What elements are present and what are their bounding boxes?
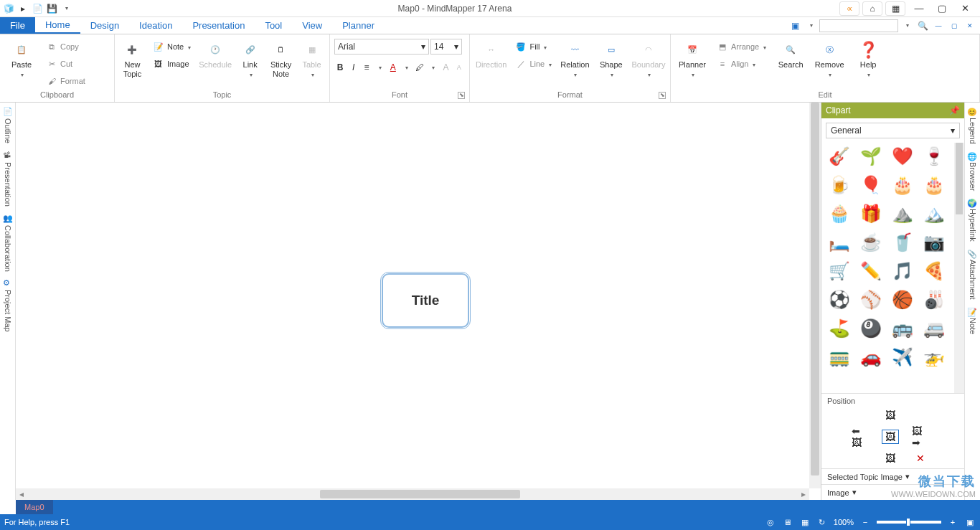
clipart-item-8[interactable]: 🧁 bbox=[826, 202, 853, 226]
window-close-ribbon[interactable]: ✕ bbox=[963, 19, 977, 32]
panel-note[interactable]: 📝Note bbox=[968, 307, 977, 334]
position-left[interactable]: ⬅🖼 bbox=[852, 430, 869, 444]
remove-button[interactable]: ⓧRemove bbox=[812, 39, 847, 81]
status-screen-icon[interactable]: 🖥 bbox=[782, 516, 793, 528]
search-button[interactable]: 🔍Search bbox=[773, 39, 808, 71]
find-icon[interactable]: 🔍 bbox=[915, 19, 930, 32]
clipart-scroll-thumb[interactable] bbox=[956, 143, 963, 214]
qat-more-icon[interactable] bbox=[60, 3, 72, 14]
position-bottom[interactable]: 🖼 bbox=[882, 451, 899, 465]
calendar-button[interactable]: ▦ bbox=[885, 1, 905, 16]
canvas[interactable]: Title ◂ ▸ bbox=[16, 103, 821, 500]
clipart-item-20[interactable]: ⚽ bbox=[826, 288, 853, 312]
tab-tool[interactable]: Tool bbox=[255, 17, 292, 34]
schedule-button[interactable]: 🕐Schedule bbox=[198, 39, 232, 71]
paste-button[interactable]: 📋 Paste bbox=[4, 39, 39, 81]
new-doc-icon[interactable]: 📄 bbox=[32, 3, 43, 14]
fill-button[interactable]: 🪣Fill bbox=[512, 39, 555, 55]
tab-view[interactable]: View bbox=[292, 17, 332, 34]
italic-button[interactable]: I bbox=[347, 60, 359, 75]
position-center[interactable]: 🖼 bbox=[882, 430, 899, 444]
window-restore-ribbon[interactable]: ▢ bbox=[947, 19, 961, 32]
clipart-item-13[interactable]: ☕ bbox=[857, 230, 885, 255]
clipart-item-16[interactable]: 🛒 bbox=[826, 259, 853, 283]
status-fit-icon[interactable]: ◎ bbox=[765, 516, 776, 528]
relation-button[interactable]: 〰Relation bbox=[559, 39, 590, 81]
direction-button[interactable]: ↔Direction bbox=[474, 39, 508, 71]
note-button[interactable]: 📝Note bbox=[150, 39, 194, 55]
format-painter-button[interactable]: 🖌Format bbox=[43, 73, 88, 89]
clipart-item-5[interactable]: 🎈 bbox=[857, 173, 885, 197]
panel-outline[interactable]: 📄Outline bbox=[3, 107, 13, 143]
highlight-button[interactable]: 🖊 bbox=[413, 60, 425, 75]
zoom-slider[interactable] bbox=[877, 521, 941, 524]
panel-hyperlink[interactable]: 🌍Hyperlink bbox=[968, 198, 977, 242]
tab-ideation[interactable]: Ideation bbox=[129, 17, 182, 34]
panel-presentation[interactable]: 📽Presentation bbox=[3, 151, 13, 207]
position-remove[interactable]: ✕ bbox=[912, 451, 929, 465]
status-page-icon[interactable]: ▣ bbox=[964, 516, 976, 528]
share-button[interactable]: ∝ bbox=[839, 1, 859, 16]
clipart-item-26[interactable]: 🚌 bbox=[889, 316, 916, 341]
shape-button[interactable]: ▭Shape bbox=[595, 39, 627, 81]
arrange-button[interactable]: ⬒Arrange bbox=[714, 39, 769, 55]
pin-icon[interactable]: 📌 bbox=[949, 105, 960, 115]
close-button[interactable]: ✕ bbox=[954, 1, 976, 16]
scrollbar-thumb-h[interactable] bbox=[320, 490, 520, 498]
clipart-item-0[interactable]: 🎸 bbox=[826, 144, 853, 169]
clipart-item-23[interactable]: 🎳 bbox=[920, 288, 948, 312]
copy-button[interactable]: ⧉Copy bbox=[43, 39, 88, 55]
cut-button[interactable]: ✂Cut bbox=[43, 56, 88, 72]
clipart-item-30[interactable]: ✈️ bbox=[889, 345, 916, 369]
scroll-right-arrow[interactable]: ▸ bbox=[798, 489, 809, 499]
highlight-more[interactable] bbox=[427, 60, 438, 75]
canvas-scrollbar-horizontal[interactable]: ◂ ▸ bbox=[16, 488, 809, 500]
clipart-item-7[interactable]: 🎂 bbox=[920, 173, 948, 197]
status-grid-icon[interactable]: ▦ bbox=[799, 516, 811, 528]
clipart-item-22[interactable]: 🏀 bbox=[889, 288, 916, 312]
clipart-item-4[interactable]: 🍺 bbox=[826, 173, 853, 197]
font-color-button[interactable]: A bbox=[387, 60, 399, 75]
clipart-item-25[interactable]: 🎱 bbox=[857, 316, 885, 341]
align-button-edit[interactable]: ≡Align bbox=[714, 56, 769, 72]
clipart-item-9[interactable]: 🎁 bbox=[857, 202, 885, 226]
image-button[interactable]: 🖼Image bbox=[150, 56, 194, 72]
font-color-more[interactable] bbox=[400, 60, 412, 75]
clipart-item-17[interactable]: ✏️ bbox=[857, 259, 885, 283]
scrollbar-thumb-v[interactable] bbox=[811, 103, 819, 475]
clipart-item-19[interactable]: 🍕 bbox=[920, 259, 948, 283]
ribbon-search-input[interactable] bbox=[819, 19, 898, 32]
tab-presentation[interactable]: Presentation bbox=[182, 17, 255, 34]
table-button[interactable]: ▦Table bbox=[298, 39, 325, 81]
save-icon[interactable]: 💾 bbox=[46, 3, 57, 14]
zoom-in-button[interactable]: + bbox=[947, 516, 958, 528]
clipart-item-10[interactable]: ⛰️ bbox=[889, 202, 916, 226]
canvas-scrollbar-vertical[interactable] bbox=[809, 103, 821, 488]
format-dialog-launcher[interactable]: ⬊ bbox=[659, 92, 666, 99]
qat-arrow-icon[interactable]: ▸ bbox=[17, 3, 29, 14]
line-button[interactable]: ／Line bbox=[512, 56, 555, 72]
shrink-font-button[interactable]: A bbox=[453, 60, 465, 75]
help-button[interactable]: ❓Help bbox=[851, 39, 885, 81]
ribbon-search-more[interactable] bbox=[900, 19, 914, 32]
clipart-item-3[interactable]: 🍷 bbox=[920, 144, 948, 169]
sticky-note-button[interactable]: 🗒Sticky Note bbox=[268, 39, 294, 80]
window-minimize-ribbon[interactable]: — bbox=[931, 19, 946, 32]
clipart-item-18[interactable]: 🎵 bbox=[889, 259, 916, 283]
clipart-item-14[interactable]: 🥤 bbox=[889, 230, 916, 255]
grow-font-button[interactable]: A bbox=[440, 60, 451, 75]
layout-toggle-icon[interactable]: ▣ bbox=[788, 19, 802, 32]
font-size-combo[interactable]: 14▾ bbox=[430, 39, 462, 55]
scroll-left-arrow[interactable]: ◂ bbox=[16, 489, 27, 499]
layout-toggle-more[interactable] bbox=[804, 19, 818, 32]
minimize-button[interactable]: — bbox=[908, 1, 930, 16]
panel-browser[interactable]: 🌐Browser bbox=[968, 151, 977, 191]
panel-legend[interactable]: 😊Legend bbox=[968, 107, 977, 144]
clipart-item-15[interactable]: 📷 bbox=[920, 230, 948, 255]
tab-home[interactable]: Home bbox=[35, 17, 80, 34]
tab-design[interactable]: Design bbox=[80, 17, 129, 34]
zoom-out-button[interactable]: − bbox=[859, 516, 871, 528]
font-family-combo[interactable]: Arial▾ bbox=[334, 39, 429, 55]
bold-button[interactable]: B bbox=[334, 60, 346, 75]
clipart-scrollbar[interactable] bbox=[954, 143, 964, 393]
